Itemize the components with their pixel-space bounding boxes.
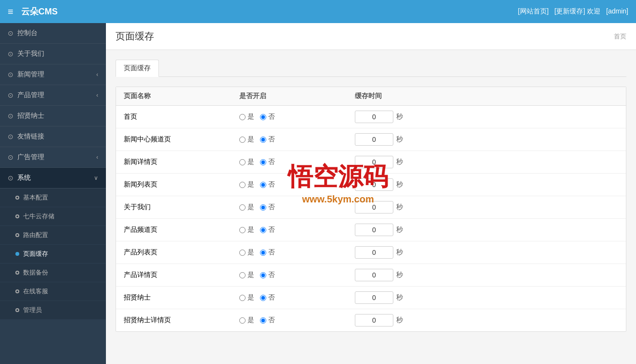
col-enabled-header: 是否开启 (239, 92, 355, 100)
no-radio[interactable] (260, 250, 266, 256)
time-cell: 秒 (355, 269, 618, 281)
time-input[interactable] (355, 201, 393, 213)
no-radio-label[interactable]: 否 (260, 316, 275, 325)
sidebar-item-system[interactable]: ⊙ 系统 ∨ (0, 168, 106, 188)
no-radio[interactable] (260, 137, 266, 143)
time-input[interactable] (355, 111, 393, 123)
admin-link[interactable]: [admin] (606, 7, 628, 15)
no-radio[interactable] (260, 159, 266, 165)
yes-radio-label[interactable]: 是 (239, 316, 254, 325)
yes-radio[interactable] (239, 227, 246, 233)
sidebar-item-news[interactable]: ⊙ 新闻管理 ‹ (0, 64, 106, 85)
time-input[interactable] (355, 178, 393, 191)
sidebar-sub-label: 七牛云存储 (23, 212, 54, 221)
time-input[interactable] (355, 224, 393, 236)
time-input[interactable] (355, 246, 393, 259)
tab-page-cache[interactable]: 页面缓存 (116, 60, 159, 77)
sidebar-item-chat[interactable]: 在线客服 (0, 282, 106, 301)
sidebar-item-qiniu[interactable]: 七牛云存储 (0, 207, 106, 226)
site-link[interactable]: [网站首页] (518, 7, 549, 15)
time-unit: 秒 (396, 180, 403, 189)
cache-table: 页面名称 是否开启 缓存时间 首页 是 否 (116, 87, 626, 332)
sidebar-item-product[interactable]: ⊙ 产品管理 ‹ (0, 85, 106, 106)
no-radio-label[interactable]: 否 (260, 113, 275, 121)
no-radio-label[interactable]: 否 (260, 293, 275, 302)
about-icon: ⊙ (8, 50, 13, 58)
yes-radio-label[interactable]: 是 (239, 180, 254, 189)
yes-radio[interactable] (239, 182, 246, 188)
sidebar-item-cache[interactable]: 页面缓存 (0, 245, 106, 264)
time-input[interactable] (355, 291, 393, 304)
no-radio[interactable] (260, 295, 266, 301)
no-label: 否 (268, 271, 275, 279)
cache-dot-icon (15, 252, 19, 256)
yes-radio[interactable] (239, 159, 246, 165)
no-radio-label[interactable]: 否 (260, 180, 275, 189)
links-icon: ⊙ (8, 133, 13, 140)
sidebar-item-admin[interactable]: 管理员 (0, 301, 106, 320)
no-radio[interactable] (260, 114, 266, 120)
yes-radio[interactable] (239, 204, 246, 211)
yes-radio-label[interactable]: 是 (239, 158, 254, 166)
yes-radio[interactable] (239, 317, 246, 324)
no-radio[interactable] (260, 317, 266, 324)
yes-radio[interactable] (239, 295, 246, 301)
refresh-cache-link[interactable]: [更新缓存] (555, 7, 585, 15)
yes-radio[interactable] (239, 250, 246, 256)
sidebar-item-dashboard[interactable]: ⊙ 控制台 (0, 23, 106, 44)
yes-radio[interactable] (239, 114, 246, 120)
sidebar-item-backup[interactable]: 数据备份 (0, 264, 106, 282)
no-radio-label[interactable]: 否 (260, 203, 275, 212)
time-input[interactable] (355, 314, 393, 326)
sidebar-item-route[interactable]: 路由配置 (0, 226, 106, 245)
sidebar-item-label: 产品管理 (17, 91, 44, 100)
time-cell: 秒 (355, 291, 618, 304)
no-radio[interactable] (260, 227, 266, 233)
no-label: 否 (268, 113, 275, 121)
yes-radio-label[interactable]: 是 (239, 135, 254, 144)
sidebar-item-label: 新闻管理 (17, 70, 44, 79)
sidebar-item-label: 关于我们 (17, 50, 44, 58)
table-row: 新闻详情页 是 否 秒 (116, 151, 626, 174)
no-label: 否 (268, 135, 275, 144)
yes-radio[interactable] (239, 137, 246, 143)
sidebar-sub-label: 数据备份 (23, 268, 48, 277)
yes-radio-label[interactable]: 是 (239, 271, 254, 279)
sidebar-item-links[interactable]: ⊙ 友情链接 (0, 126, 106, 147)
recruit-icon: ⊙ (8, 112, 13, 120)
no-radio[interactable] (260, 204, 266, 211)
no-radio-label[interactable]: 否 (260, 271, 275, 279)
page-name: 招贤纳士 (124, 293, 239, 302)
page-header: 页面缓存 首页 (106, 23, 636, 50)
no-radio-label[interactable]: 否 (260, 135, 275, 144)
no-radio-label[interactable]: 否 (260, 158, 275, 166)
yes-radio-label[interactable]: 是 (239, 113, 254, 121)
yes-radio-label[interactable]: 是 (239, 226, 254, 234)
yes-radio-label[interactable]: 是 (239, 248, 254, 257)
no-label: 否 (268, 180, 275, 189)
menu-toggle-icon[interactable]: ≡ (8, 6, 13, 17)
no-label: 否 (268, 248, 275, 257)
time-input[interactable] (355, 156, 393, 168)
sidebar-item-label: 友情链接 (17, 132, 44, 141)
sidebar-item-basic[interactable]: 基本配置 (0, 188, 106, 207)
sidebar-item-ads[interactable]: ⊙ 广告管理 ‹ (0, 147, 106, 168)
time-input[interactable] (355, 269, 393, 281)
system-arrow-icon: ∨ (94, 175, 98, 181)
time-input[interactable] (355, 133, 393, 146)
time-unit: 秒 (396, 158, 403, 166)
time-unit: 秒 (396, 271, 403, 279)
no-radio[interactable] (260, 182, 266, 188)
no-radio[interactable] (260, 272, 266, 278)
time-cell: 秒 (355, 156, 618, 168)
no-radio-label[interactable]: 否 (260, 248, 275, 257)
sidebar-item-about[interactable]: ⊙ 关于我们 (0, 44, 106, 64)
yes-label: 是 (247, 113, 254, 121)
sidebar: ⊙ 控制台 ⊙ 关于我们 ⊙ 新闻管理 ‹ ⊙ 产品管理 ‹ ⊙ 招贤纳士 ⊙ … (0, 23, 106, 364)
no-radio-label[interactable]: 否 (260, 226, 275, 234)
yes-radio-label[interactable]: 是 (239, 293, 254, 302)
yes-radio[interactable] (239, 272, 246, 278)
yes-radio-label[interactable]: 是 (239, 203, 254, 212)
sidebar-item-recruit[interactable]: ⊙ 招贤纳士 (0, 106, 106, 126)
time-cell: 秒 (355, 133, 618, 146)
